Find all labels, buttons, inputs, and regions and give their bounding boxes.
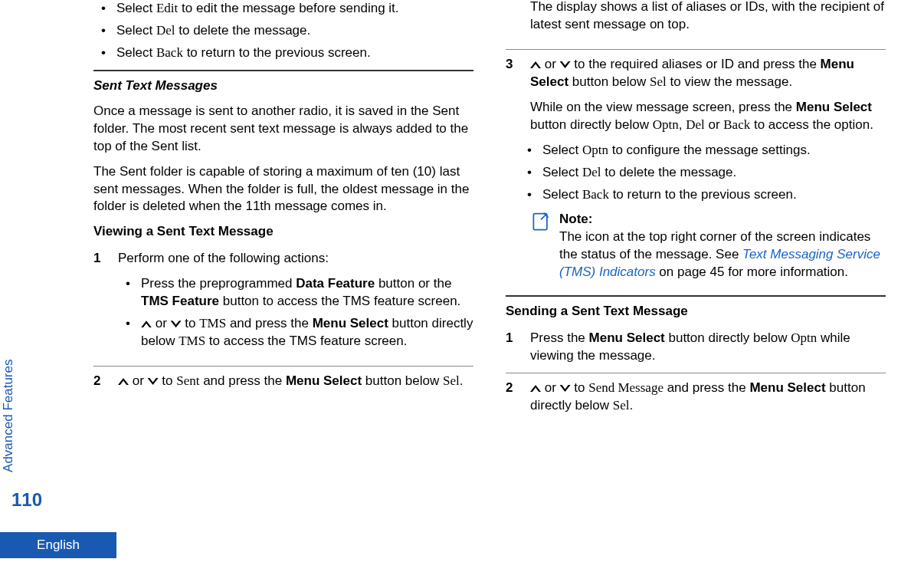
button-label: Menu Select [313,316,388,330]
button-label: Menu Select [749,380,825,395]
down-arrow-icon [560,385,571,392]
text: . [460,373,464,388]
step-number: 3 [506,56,516,288]
list-item: Select Back to return to the previous sc… [112,44,473,62]
text: Select [116,45,156,60]
section-heading-view: Viewing a Sent Text Message [93,223,473,241]
softkey-label: Sent [176,373,199,388]
step-body: Perform one of the following actions: Pr… [118,250,473,358]
step-body: Press the Menu Select button directly be… [530,330,886,365]
text: Select [116,1,156,15]
text: to view the message. [667,74,792,89]
text: button below [362,373,443,388]
up-arrow-icon [118,378,129,385]
softkey-label: Del [686,117,705,132]
button-label: Data Feature [296,276,375,291]
section-heading-sent: Sent Text Messages [93,77,473,95]
text: Press the preprogrammed [141,276,296,291]
text: button directly below [665,330,791,345]
note-content: Note: The icon at the top right corner o… [559,211,886,281]
paragraph: The Sent folder is capable of storing a … [93,163,473,216]
section-heading-send: Sending a Sent Text Message [506,303,886,321]
text: Select [542,187,582,202]
paragraph: The display shows a list of aliases or I… [530,0,886,34]
text: Select [542,143,582,157]
step-3-bullets: Select Optn to configure the message set… [530,142,886,204]
softkey-label: Sel [443,373,460,388]
divider [93,366,473,367]
text: or [541,380,560,395]
paragraph: While on the view message screen, press … [530,99,886,134]
softkey-label: Back [723,117,750,132]
text: to [571,380,589,395]
text: . [629,398,633,413]
paragraph: or to the required aliases or ID and pre… [530,56,886,91]
list-item: Select Del to delete the message. [538,164,886,182]
text: to the required aliases or ID and press … [571,57,821,71]
text: button or the [375,276,451,291]
button-label: Menu Select [589,330,665,345]
list-item: Press the preprogrammed Data Feature but… [136,275,473,311]
step-3: 3 or to the required aliases or ID and p… [506,56,886,288]
text: Perform one of the following actions: [118,250,473,268]
text: to access the TMS feature screen. [205,334,407,348]
down-arrow-icon [560,61,571,68]
text: Select [116,23,156,38]
down-arrow-icon [148,378,159,385]
text: button below [568,74,650,89]
step-1: 1 Perform one of the following actions: … [93,250,473,358]
divider [506,49,886,50]
language-text: English [37,537,80,554]
language-indicator: English [0,532,116,558]
step-2: 2 or to Sent and press the Menu Select b… [93,373,473,390]
softkey-label: Send Message [588,380,664,395]
section-label: Advanced Features [0,360,18,472]
list-item: Select Edit to edit the message before s… [112,0,473,18]
left-column: Select Edit to edit the message before s… [93,0,473,526]
list-item: or to TMS and press the Menu Select butt… [136,315,473,350]
step-body: or to Send Message and press the Menu Se… [530,380,886,415]
step-body: or to the required aliases or ID and pre… [530,56,886,288]
text: or [705,117,724,132]
softkey-label: Del [156,23,175,38]
text: While on the view message screen, press … [530,100,796,114]
text: on page 45 for more information. [656,265,848,279]
step-body: or to Sent and press the Menu Select but… [118,373,473,390]
softkey-label: Back [156,45,183,60]
document-page: Advanced Features 110 English Select Edi… [0,0,924,572]
text: to return to the previous screen. [183,45,371,60]
softkey-label: Optn [653,117,679,132]
divider [506,373,886,373]
button-label: Menu Select [796,100,872,114]
softkey-label: TMS [179,334,205,348]
step-number: 2 [93,373,104,390]
step-number: 1 [93,250,104,358]
note-box: Note: The icon at the top right corner o… [530,211,886,281]
text: and press the [199,373,285,388]
text: to edit the message before sending it. [178,1,398,15]
text: Select [542,165,582,179]
note-title: Note: [559,212,592,226]
text: or [152,316,171,330]
step-2-continued: The display shows a list of aliases or I… [506,0,886,41]
step-body: The display shows a list of aliases or I… [530,0,886,41]
step-1-bullets: Press the preprogrammed Data Feature but… [118,275,473,350]
text: button to access the TMS feature screen. [219,294,460,308]
text: or [541,57,560,71]
softkey-label: Sel [613,398,630,413]
softkey-label: Del [582,165,601,179]
divider [93,70,473,71]
text: to access the option. [750,117,873,132]
paragraph: Once a message is sent to another radio,… [93,103,473,156]
softkey-label: Sel [650,74,667,89]
softkey-label: Back [582,187,609,202]
send-step-1: 1 Press the Menu Select button directly … [506,330,886,365]
button-label: TMS Feature [141,294,219,308]
button-label: Menu Select [286,373,362,388]
softkey-label: Optn [791,330,817,345]
softkey-label: TMS [199,316,226,330]
text: to delete the message. [175,23,311,38]
softkey-label: Edit [156,1,178,15]
text: to [159,373,177,388]
step-number: 2 [506,380,516,415]
